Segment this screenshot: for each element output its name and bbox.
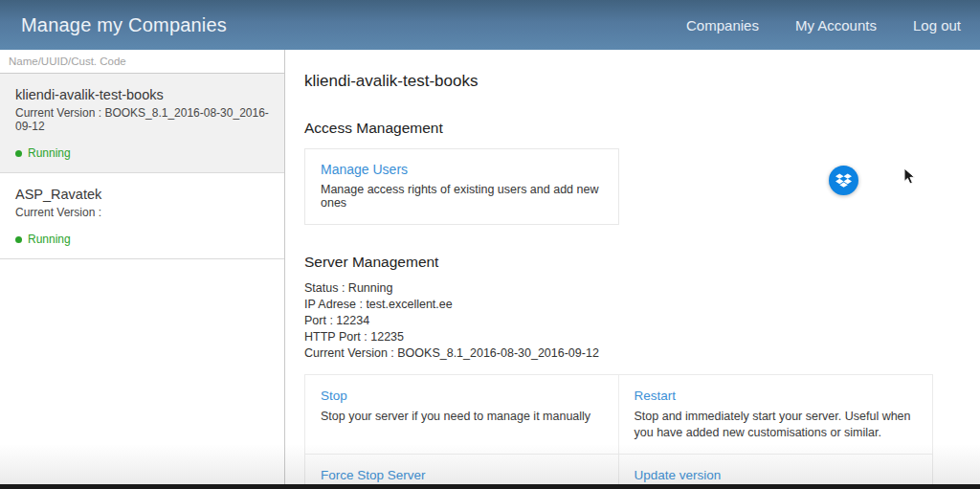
app-title: Manage my Companies xyxy=(21,14,227,36)
app-header: Manage my Companies Companies My Account… xyxy=(0,0,980,50)
company-list-item[interactable]: ASP_Ravatek Current Version : Running xyxy=(0,173,284,259)
server-version-line: Current Version : BOOKS_8.1_2016-08-30_2… xyxy=(304,345,933,362)
company-list-item[interactable]: kliendi-avalik-test-books Current Versio… xyxy=(0,74,284,173)
nav-my-accounts[interactable]: My Accounts xyxy=(795,17,877,33)
update-version-link[interactable]: Update version xyxy=(635,468,722,482)
stop-link[interactable]: Stop xyxy=(321,389,347,403)
manage-users-description: Manage access rights of existing users a… xyxy=(321,183,603,210)
manage-users-link[interactable]: Manage Users xyxy=(321,162,408,177)
company-version: Current Version : BOOKS_8.1_2016-08-30_2… xyxy=(15,106,269,133)
dropbox-icon[interactable] xyxy=(829,166,858,195)
action-cell-stop: Stop Stop your server if you need to man… xyxy=(305,375,619,455)
force-stop-server-link[interactable]: Force Stop Server xyxy=(321,468,426,482)
page-title: kliendi-avalik-test-books xyxy=(304,72,933,91)
dropbox-glyph-icon xyxy=(835,173,852,188)
stop-description: Stop your server if you need to manage i… xyxy=(321,409,603,425)
nav-log-out[interactable]: Log out xyxy=(913,17,961,33)
bottom-edge-bar xyxy=(0,484,980,489)
company-search-input[interactable] xyxy=(0,50,284,73)
company-name: kliendi-avalik-test-books xyxy=(15,87,269,102)
server-status-line: Status : Running xyxy=(304,280,933,297)
status-dot-icon xyxy=(15,150,22,157)
access-management-heading: Access Management xyxy=(304,120,933,137)
restart-link[interactable]: Restart xyxy=(635,389,677,403)
company-sidebar: kliendi-avalik-test-books Current Versio… xyxy=(0,50,285,489)
main-content: kliendi-avalik-test-books Access Managem… xyxy=(285,50,980,489)
company-name: ASP_Ravatek xyxy=(15,187,269,202)
server-http-port-line: HTTP Port : 12235 xyxy=(304,329,933,345)
company-status: Running xyxy=(15,233,269,246)
server-port-line: Port : 12234 xyxy=(304,313,933,329)
action-cell-restart: Restart Stop and immediately start your … xyxy=(619,375,933,455)
header-nav: Companies My Accounts Log out xyxy=(686,17,961,33)
nav-companies[interactable]: Companies xyxy=(686,17,759,33)
status-dot-icon xyxy=(15,236,22,243)
status-label: Running xyxy=(28,233,71,246)
server-management-heading: Server Management xyxy=(304,254,933,271)
manage-users-card: Manage Users Manage access rights of exi… xyxy=(304,148,619,225)
company-version: Current Version : xyxy=(15,206,269,219)
company-status: Running xyxy=(15,146,269,160)
restart-description: Stop and immediately start your server. … xyxy=(635,409,918,441)
server-details: Status : Running IP Adrese : test.excell… xyxy=(304,280,933,362)
server-actions-grid: Stop Stop your server if you need to man… xyxy=(304,374,933,489)
sidebar-search-row xyxy=(0,50,284,74)
server-ip-line: IP Adrese : test.excellent.ee xyxy=(304,297,933,313)
status-label: Running xyxy=(28,146,71,160)
